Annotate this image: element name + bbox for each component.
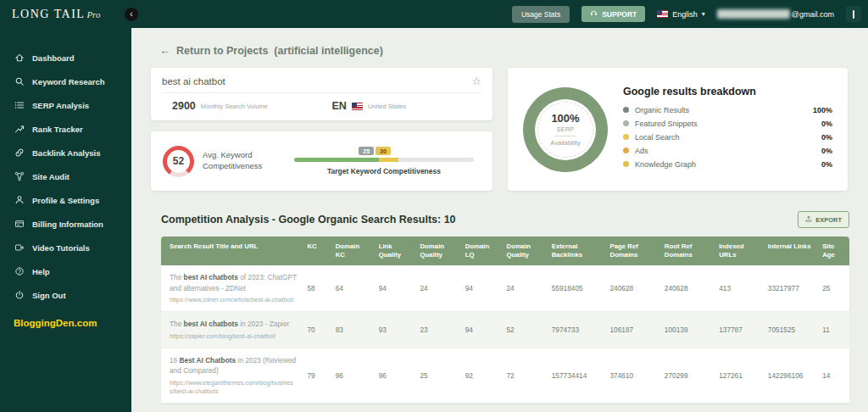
us-flag-icon	[657, 10, 668, 18]
help-icon	[14, 266, 25, 276]
rank-chart-icon	[14, 124, 25, 134]
sidebar-item-label: Keyword Research	[32, 77, 105, 86]
sidebar-item-sign-out[interactable]: Sign Out	[0, 283, 131, 307]
metric-cell: 374610	[605, 348, 659, 403]
sidebar-item-site-audit[interactable]: Site Audit	[0, 164, 131, 188]
sidebar-nav: DashboardKeyword ResearchSERP AnalysisRa…	[0, 46, 131, 307]
target-competitiveness-slider[interactable]: 25 30 Target Keyword Competitiveness	[287, 147, 481, 175]
serp-list-icon	[14, 100, 25, 110]
search-volume-label: Monthly Search Volume	[201, 103, 268, 110]
legend-item: Knowledge Graph0%	[623, 160, 832, 169]
result-title-cell[interactable]: 16 Best AI Chatbots in 2023 (Reviewed an…	[161, 348, 302, 403]
result-title[interactable]: 16 Best AI Chatbots in 2023 (Reviewed an…	[170, 355, 297, 376]
result-url[interactable]: https://zapier.com/blog/best-ai-chatbot/	[170, 332, 297, 341]
legend-label: Knowledge Graph	[635, 160, 815, 169]
metric-cell: 413	[714, 265, 763, 312]
legend-dot-icon	[623, 107, 629, 113]
sidebar-item-billing-information[interactable]: Billing Information	[0, 212, 131, 236]
metric-cell: 94	[374, 265, 415, 312]
breakdown-legend: Google results breakdown Organic Results…	[623, 86, 832, 174]
sidebar-item-label: Backlink Analysis	[32, 148, 100, 158]
competitiveness-card: 52 Avg. Keyword Competitiveness 25 30 Ta…	[151, 131, 492, 191]
language-selector[interactable]: English ▾	[657, 10, 705, 19]
metric-cell: 137787	[714, 312, 763, 348]
sidebar-item-keyword-research[interactable]: Keyword Research	[0, 70, 131, 93]
search-icon	[14, 76, 25, 86]
legend-value: 0%	[821, 160, 832, 169]
target-competitiveness-label: Target Keyword Competitiveness	[294, 167, 474, 175]
sidebar-collapse-button[interactable]: ‹	[125, 8, 138, 21]
account-email[interactable]: @gmail.com	[717, 9, 834, 19]
language-label: English	[672, 10, 698, 19]
column-header: Link Quality	[374, 237, 415, 265]
results-breakdown-card: 100% SERP Availability Google results br…	[508, 68, 848, 191]
support-button[interactable]: SUPPORT	[581, 6, 645, 22]
marker-low-badge: 25	[359, 147, 374, 155]
sidebar-item-label: Video Tutorials	[32, 243, 90, 253]
metric-cell: 7051525	[763, 312, 817, 348]
blogging-den-link[interactable]: BloggingDen.com	[0, 318, 131, 328]
metric-cell: 100139	[659, 312, 714, 348]
legend-item: Ads0%	[623, 147, 832, 155]
chevron-down-icon: ▾	[702, 10, 705, 18]
sidebar-item-rank-tracker[interactable]: Rank Tracker	[0, 117, 131, 141]
metric-cell: 23	[415, 312, 459, 348]
legend-item: Featured Snippets0%	[623, 120, 832, 128]
legend-label: Ads	[635, 147, 815, 155]
result-title-cell[interactable]: The best AI chatbots of 2023: ChatGPT an…	[161, 265, 302, 312]
serp-availability-value: 100%	[551, 112, 579, 125]
app-window: Usage Stats SUPPORT English ▾ @gmail.com…	[0, 0, 868, 412]
search-volume-stat: 2900 Monthly Search Volume	[162, 100, 322, 112]
metric-cell: 142296106	[763, 348, 817, 403]
competitiveness-score: 52	[173, 155, 184, 167]
metric-cell: 64	[331, 265, 374, 312]
result-url[interactable]: https://www.zdnet.com/article/best-ai-ch…	[170, 296, 297, 304]
sidebar: LONG TAILPro DashboardKeyword ResearchSE…	[0, 0, 131, 412]
metric-cell: 25	[817, 265, 849, 312]
result-title[interactable]: The best AI chatbots in 2023 - Zapier	[170, 319, 297, 329]
result-title[interactable]: The best AI chatbots of 2023: ChatGPT an…	[170, 272, 297, 293]
sidebar-item-dashboard[interactable]: Dashboard	[0, 46, 131, 70]
sidebar-item-help[interactable]: Help	[0, 259, 131, 283]
sidebar-item-backlink-analysis[interactable]: Backlink Analysis	[0, 141, 131, 164]
search-volume-value: 2900	[172, 100, 196, 112]
usage-stats-button[interactable]: Usage Stats	[512, 6, 570, 23]
site-audit-icon	[14, 171, 25, 181]
slider-track[interactable]	[294, 158, 474, 162]
sidebar-item-serp-analysis[interactable]: SERP Analysis	[0, 93, 131, 117]
metric-cell: 93	[374, 312, 415, 348]
country-label: United States	[368, 103, 406, 110]
breakdown-title: Google results breakdown	[623, 86, 832, 97]
email-domain: @gmail.com	[792, 10, 834, 19]
star-icon[interactable]: ☆	[471, 75, 481, 86]
table-row: 16 Best AI Chatbots in 2023 (Reviewed an…	[161, 348, 849, 403]
export-icon	[805, 215, 812, 224]
legend-item: Local Search0%	[623, 133, 832, 142]
sidebar-item-video-tutorials[interactable]: Video Tutorials	[0, 236, 131, 259]
donut-divider	[554, 136, 576, 136]
sidebar-item-profile-settings[interactable]: Profile & Settings	[0, 188, 131, 212]
result-title-cell[interactable]: The best AI chatbots in 2023 - Zapierhtt…	[161, 312, 302, 348]
breadcrumb[interactable]: ← Return to Projects (artificial intelli…	[159, 44, 848, 57]
metric-cell: 157734414	[547, 348, 605, 403]
export-button[interactable]: EXPORT	[798, 211, 849, 228]
metric-cell: 96	[331, 348, 374, 403]
metric-cell: 11	[817, 312, 849, 348]
language-stat: EN United States	[322, 100, 482, 112]
column-header: Domain KC	[331, 237, 374, 265]
result-url[interactable]: https://www.elegantthemes.com/blog/busin…	[170, 379, 297, 396]
brand-logo[interactable]: LONG TAILPro	[0, 0, 131, 21]
metric-cell: 96	[374, 348, 415, 403]
legend-value: 0%	[821, 120, 832, 128]
project-name: (artificial intelligence)	[274, 45, 383, 57]
metric-cell: 14	[817, 348, 849, 403]
column-header: Root Ref Domains	[659, 237, 714, 265]
support-headset-icon	[590, 9, 598, 19]
backlink-icon	[14, 148, 25, 158]
sidebar-item-label: Dashboard	[32, 53, 75, 63]
back-arrow-icon: ←	[159, 44, 170, 57]
legend-label: Organic Results	[635, 106, 807, 114]
panel-toggle-button[interactable]	[846, 6, 861, 22]
keyword-title: best ai chatbot	[162, 76, 225, 86]
legend-label: Featured Snippets	[635, 120, 815, 128]
